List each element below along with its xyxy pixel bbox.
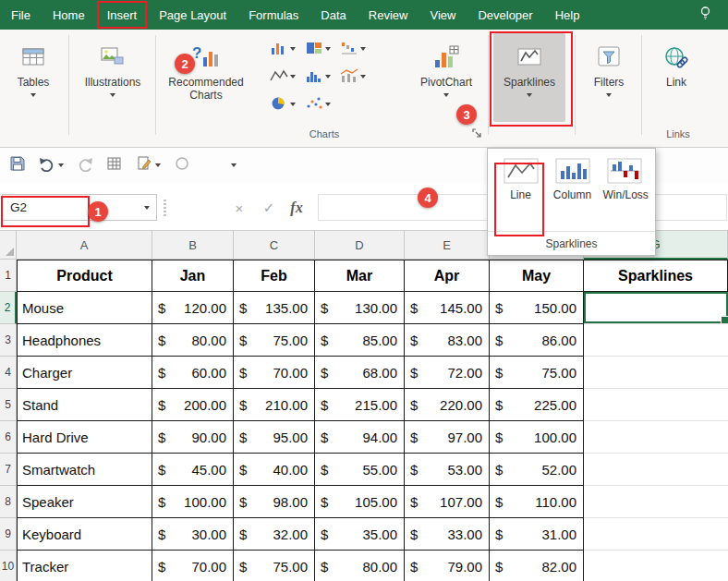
column-header-B[interactable]: B	[152, 231, 234, 260]
cell-C1[interactable]: Feb	[234, 260, 315, 292]
tab-help[interactable]: Help	[544, 0, 591, 30]
cell-E5[interactable]: $220.00	[405, 389, 490, 421]
cell-C9[interactable]: $32.00	[234, 518, 315, 551]
cell-F4[interactable]: $75.00	[490, 357, 584, 389]
cell-E3[interactable]: $83.00	[405, 324, 490, 357]
cell-C6[interactable]: $95.00	[234, 421, 315, 454]
tell-me-button[interactable]	[698, 0, 728, 30]
cell-C5[interactable]: $210.00	[234, 389, 315, 421]
cell-F5[interactable]: $225.00	[490, 389, 584, 421]
cell-D1[interactable]: Mar	[315, 260, 405, 292]
select-all-corner[interactable]	[0, 231, 17, 260]
enter-button[interactable]: ✓	[257, 196, 281, 220]
cell-G6[interactable]	[584, 421, 728, 454]
cell-D8[interactable]: $105.00	[315, 486, 405, 518]
row-header-5[interactable]: 5	[0, 389, 17, 421]
cell-B8[interactable]: $100.00	[152, 486, 234, 518]
cell-D6[interactable]: $94.00	[315, 421, 405, 454]
insert-statistic-chart-button[interactable]	[305, 65, 334, 89]
cell-C3[interactable]: $75.00	[234, 324, 315, 357]
tab-file[interactable]: File	[0, 0, 42, 30]
cell-B4[interactable]: $60.00	[152, 357, 234, 389]
tab-review[interactable]: Review	[358, 0, 419, 30]
cell-D2[interactable]: $130.00	[315, 292, 405, 324]
cell-B3[interactable]: $80.00	[152, 324, 234, 357]
cell-D4[interactable]: $68.00	[315, 357, 405, 389]
insert-pie-chart-button[interactable]	[270, 92, 299, 116]
cell-G7[interactable]	[584, 454, 728, 486]
sparkline-winloss-option[interactable]: Win/Loss	[600, 158, 649, 201]
row-header-1[interactable]: 1	[0, 260, 17, 292]
cell-A4[interactable]: Charger	[17, 357, 152, 389]
formula-bar-grip[interactable]	[164, 200, 166, 216]
tab-page-layout[interactable]: Page Layout	[148, 0, 237, 30]
cell-C4[interactable]: $70.00	[234, 357, 315, 389]
name-box[interactable]: G2	[2, 194, 157, 221]
cell-G1[interactable]: Sparklines	[584, 260, 728, 292]
edit-document-button[interactable]	[136, 155, 161, 176]
cell-G10[interactable]	[584, 551, 728, 581]
cell-E8[interactable]: $107.00	[405, 486, 490, 518]
cell-F9[interactable]: $31.00	[490, 518, 584, 551]
cell-B6[interactable]: $90.00	[152, 421, 234, 454]
insert-scatter-chart-button[interactable]	[305, 92, 334, 116]
cell-C8[interactable]: $98.00	[234, 486, 315, 518]
insert-waterfall-chart-button[interactable]	[340, 37, 370, 61]
cell-D7[interactable]: $55.00	[315, 454, 405, 486]
cell-F3[interactable]: $86.00	[490, 324, 584, 357]
cell-A1[interactable]: Product	[17, 260, 152, 292]
cell-A2[interactable]: Mouse	[17, 292, 152, 324]
illustrations-button[interactable]: Illustrations	[72, 33, 153, 126]
cell-D3[interactable]: $85.00	[315, 324, 405, 357]
save-button[interactable]	[9, 155, 26, 176]
cancel-button[interactable]: ×	[227, 196, 251, 220]
cell-B9[interactable]: $30.00	[152, 518, 234, 551]
cell-F10[interactable]: $82.00	[490, 551, 584, 581]
cell-A8[interactable]: Speaker	[17, 486, 152, 518]
row-header-3[interactable]: 3	[0, 324, 17, 357]
tab-formulas[interactable]: Formulas	[237, 0, 309, 30]
sparkline-column-option[interactable]: Column	[548, 158, 597, 201]
cell-F8[interactable]: $110.00	[490, 486, 584, 518]
cell-E6[interactable]: $97.00	[405, 421, 490, 454]
insert-column-chart-button[interactable]	[270, 37, 299, 61]
insert-combo-chart-button[interactable]	[340, 65, 370, 89]
insert-line-chart-button[interactable]	[270, 65, 299, 89]
cell-A9[interactable]: Keyboard	[17, 518, 152, 551]
cell-F1[interactable]: May	[490, 260, 584, 292]
cell-E4[interactable]: $72.00	[405, 357, 490, 389]
filters-button[interactable]: Filters	[580, 33, 637, 126]
cell-A3[interactable]: Headphones	[17, 324, 152, 357]
cell-B10[interactable]: $70.00	[152, 551, 234, 581]
cell-F7[interactable]: $52.00	[490, 454, 584, 486]
cell-G3[interactable]	[584, 324, 728, 357]
link-button[interactable]: Link	[649, 33, 704, 126]
cell-G9[interactable]	[584, 518, 728, 551]
cell-C2[interactable]: $135.00	[234, 292, 315, 324]
cell-G8[interactable]	[584, 486, 728, 518]
cell-D5[interactable]: $215.00	[315, 389, 405, 421]
cell-E9[interactable]: $33.00	[405, 518, 490, 551]
charts-dialog-launcher[interactable]	[471, 127, 484, 140]
recommended-charts-button[interactable]: ? Recommended Charts	[161, 33, 251, 126]
cell-A10[interactable]: Tracker	[17, 551, 152, 581]
selection-fill-handle[interactable]	[721, 316, 728, 323]
row-header-6[interactable]: 6	[0, 421, 17, 454]
row-header-9[interactable]: 9	[0, 518, 17, 551]
cell-E7[interactable]: $53.00	[405, 454, 490, 486]
row-header-4[interactable]: 4	[0, 357, 17, 389]
cell-E2[interactable]: $145.00	[405, 292, 490, 324]
cell-F6[interactable]: $100.00	[490, 421, 584, 454]
grid-view-button[interactable]	[106, 155, 123, 176]
column-header-D[interactable]: D	[315, 231, 405, 260]
column-header-A[interactable]: A	[17, 231, 152, 260]
cell-E1[interactable]: Apr	[405, 260, 490, 292]
sparklines-button[interactable]: Sparklines	[493, 33, 565, 122]
tab-insert[interactable]: Insert	[96, 0, 149, 30]
cell-D9[interactable]: $35.00	[315, 518, 405, 551]
customize-qat-button[interactable]	[231, 163, 237, 167]
cell-B2[interactable]: $120.00	[152, 292, 234, 324]
cell-G2[interactable]	[584, 292, 728, 324]
cell-B5[interactable]: $200.00	[152, 389, 234, 421]
tab-data[interactable]: Data	[309, 0, 357, 30]
